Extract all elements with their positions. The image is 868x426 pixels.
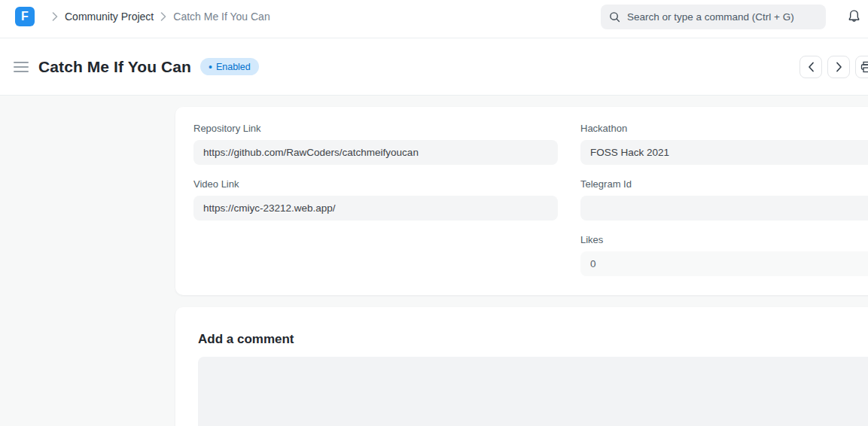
form-column-right: Hackathon Telegram Id Likes [580,123,868,295]
likes-value [580,251,868,276]
add-comment-heading: Add a comment [198,332,868,347]
previous-record-button[interactable] [799,56,822,78]
status-dot-icon: • [209,62,212,72]
chevron-right-icon [52,12,58,21]
notifications-bell-icon[interactable] [846,8,862,25]
form-column-left: Repository Link Video Link [193,123,558,295]
chevron-right-icon [836,62,842,72]
likes-label: Likes [580,235,868,245]
page-title: Catch Me If You Can [38,58,191,76]
repository-link-input[interactable] [193,140,558,165]
page-head-actions [799,56,868,78]
field-likes: Likes [580,235,868,276]
search-input[interactable] [627,11,818,23]
telegram-id-label: Telegram Id [580,179,868,190]
status-badge: • Enabled [200,58,259,75]
video-link-label: Video Link [193,179,558,190]
details-card: Repository Link Video Link Hackathon Tel… [175,107,868,295]
breadcrumb-item-current: Catch Me If You Can [173,11,270,23]
field-hackathon: Hackathon [580,123,868,165]
video-link-input[interactable] [193,196,558,221]
status-badge-label: Enabled [216,62,251,72]
repository-link-label: Repository Link [193,123,558,134]
hackathon-label: Hackathon [580,123,868,134]
navbar: F Community Project Catch Me If You Can [0,0,868,38]
comments-card: Add a comment [175,307,868,426]
comment-input[interactable] [198,357,868,426]
app-logo-icon[interactable]: F [15,7,35,26]
next-record-button[interactable] [827,56,850,78]
breadcrumb: Community Project Catch Me If You Can [45,11,270,23]
printer-icon [860,61,868,73]
print-button[interactable] [855,56,868,78]
field-telegram-id: Telegram Id [580,179,868,221]
page-head: Catch Me If You Can • Enabled [0,38,868,96]
search-icon [609,11,620,23]
breadcrumb-item-community-project[interactable]: Community Project [65,11,154,23]
global-search[interactable] [601,5,826,29]
telegram-id-input[interactable] [580,196,868,221]
field-repository-link: Repository Link [193,123,558,165]
sidebar-toggle-icon[interactable] [12,60,30,74]
chevron-left-icon [808,62,815,72]
hackathon-input[interactable] [580,140,868,165]
main-content: Repository Link Video Link Hackathon Tel… [0,96,868,426]
chevron-right-icon [160,12,166,21]
field-video-link: Video Link [193,179,558,221]
